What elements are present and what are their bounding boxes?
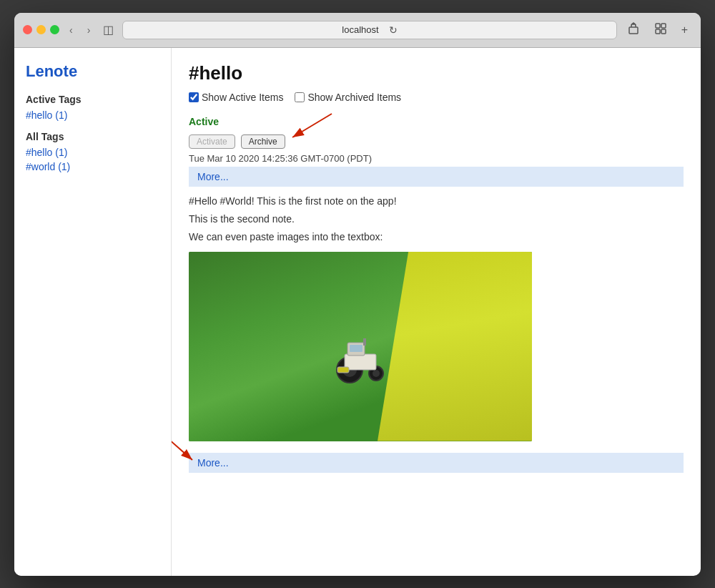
add-tab-button[interactable]: + (677, 20, 692, 40)
all-tags-section: All Tags #hello (1) #world (1) (26, 131, 159, 172)
archive-button[interactable]: Archive (241, 134, 285, 149)
app-content: Lenote Active Tags #hello (1) All Tags #… (14, 48, 701, 576)
svg-rect-3 (661, 24, 666, 28)
sidebar-item-world-all[interactable]: #world (1) (26, 161, 159, 172)
activate-button[interactable]: Activate (189, 134, 235, 149)
svg-rect-15 (337, 367, 349, 373)
note-body: #Hello #World! This is the first note on… (189, 187, 684, 453)
all-tags-title: All Tags (26, 131, 159, 142)
note-actions-row: Activate Archive (189, 130, 684, 153)
show-archived-filter[interactable]: Show Archived Items (295, 92, 401, 103)
sidebar: Lenote Active Tags #hello (1) All Tags #… (14, 48, 172, 576)
more-bottom-container: More... (189, 453, 684, 473)
svg-rect-4 (656, 29, 660, 34)
show-active-label: Show Active Items (202, 92, 283, 103)
active-tags-title: Active Tags (26, 94, 159, 105)
svg-rect-0 (629, 27, 638, 34)
sidebar-item-hello-active[interactable]: #hello (1) (26, 109, 159, 121)
note-section: Active Activate Archive (189, 116, 684, 473)
refresh-button[interactable]: ↻ (389, 24, 398, 36)
show-active-checkbox[interactable] (189, 92, 199, 102)
browser-chrome: ‹ › ◫ localhost ↻ (14, 13, 701, 48)
show-archived-checkbox[interactable] (295, 92, 305, 102)
share-button[interactable] (623, 20, 644, 40)
more-top-bar[interactable]: More... (189, 167, 684, 187)
note-timestamp: Tue Mar 10 2020 14:25:36 GMT-0700 (PDT) (189, 153, 684, 164)
sidebar-item-hello-all[interactable]: #hello (1) (26, 147, 159, 158)
browser-actions: + (623, 20, 692, 40)
sidebar-toggle-button[interactable]: ◫ (100, 20, 117, 39)
maximize-button[interactable] (50, 25, 59, 34)
svg-rect-13 (350, 345, 363, 352)
note-image (189, 252, 684, 441)
svg-rect-2 (656, 24, 660, 28)
url-text: localhost (342, 24, 378, 35)
new-tab-overview-button[interactable] (650, 20, 671, 40)
back-button[interactable]: ‹ (65, 23, 77, 37)
actions-area: Activate Archive (189, 130, 684, 153)
main-content: #hello Show Active Items Show Archived I… (172, 48, 701, 576)
tractor-svg (332, 327, 389, 384)
show-archived-label: Show Archived Items (307, 92, 401, 103)
browser-window: ‹ › ◫ localhost ↻ (14, 13, 701, 576)
more-bottom-bar[interactable]: More... (189, 453, 684, 473)
page-title: #hello (189, 62, 684, 84)
note-text-line2: This is the second note. (189, 210, 684, 228)
active-tags-section: Active Tags #hello (1) (26, 94, 159, 121)
svg-rect-5 (661, 29, 666, 34)
svg-rect-11 (345, 354, 376, 370)
close-button[interactable] (23, 25, 32, 34)
svg-point-10 (373, 370, 380, 377)
note-text-line1: #Hello #World! This is the first note on… (189, 192, 684, 210)
address-bar[interactable]: localhost ↻ (122, 21, 616, 39)
traffic-lights (23, 25, 59, 34)
note-text-line3: We can even paste images into the textbo… (189, 228, 684, 246)
tractor-field-image (189, 252, 532, 441)
note-status: Active (189, 116, 684, 127)
minimize-button[interactable] (36, 25, 46, 34)
svg-rect-14 (363, 338, 366, 346)
show-active-filter[interactable]: Show Active Items (189, 92, 283, 103)
app-logo: Lenote (26, 62, 159, 81)
forward-button[interactable]: › (83, 23, 95, 37)
filter-row: Show Active Items Show Archived Items (189, 92, 684, 103)
